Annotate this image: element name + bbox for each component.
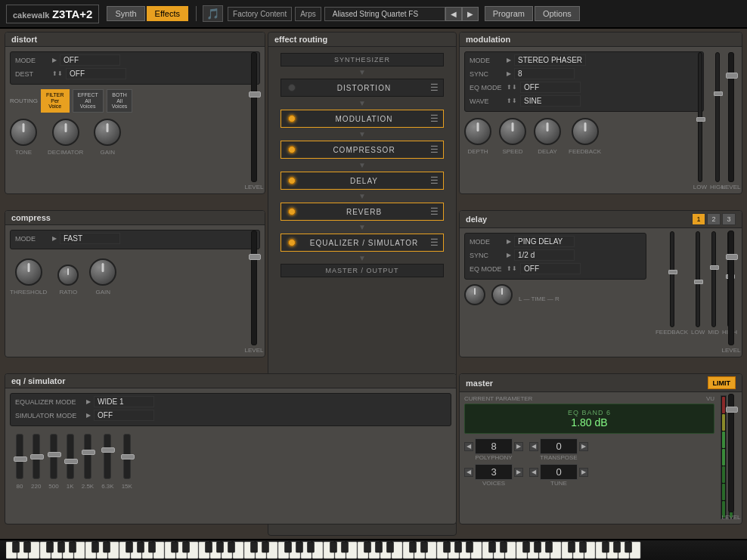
tune-down-arrow[interactable]: ◀ <box>529 468 538 477</box>
sim-mode-value[interactable]: OFF <box>94 410 154 421</box>
eq-band-1k-thumb[interactable] <box>64 459 78 464</box>
distort-dest-value[interactable]: OFF <box>66 68 126 79</box>
compress-mode-value[interactable]: FAST <box>60 233 120 244</box>
program-button[interactable]: Program <box>485 6 533 21</box>
polyphony-up-arrow[interactable]: ▶ <box>514 442 523 451</box>
mod-wave-value[interactable]: SINE <box>520 95 581 107</box>
transpose-value[interactable]: 0 <box>540 438 578 454</box>
eq-band-500-thumb[interactable] <box>48 452 61 457</box>
master-display: EQ BAND 6 1.80 dB <box>464 404 714 434</box>
delay-time-r-knob[interactable] <box>491 284 513 305</box>
polyphony-value[interactable]: 8 <box>475 438 513 454</box>
mod-eqmode-value[interactable]: OFF <box>520 82 581 93</box>
compress-ratio-label: RATIO <box>59 289 77 295</box>
routing-delay-menu[interactable]: ☰ <box>430 175 439 186</box>
delay-tab-2[interactable]: 2 <box>707 213 721 225</box>
routing-reverb[interactable]: REVERB ☰ <box>281 203 444 221</box>
master-voices-tune: ◀ 3 ▶ VOICES ◀ 0 ▶ TU <box>464 464 714 487</box>
mod-sync-row: SYNC ▶ 8 <box>470 68 699 79</box>
effects-button[interactable]: Effects <box>147 6 188 21</box>
eq-band-15k-thumb[interactable] <box>121 454 135 459</box>
routing-compressor-menu[interactable]: ☰ <box>430 144 439 155</box>
compress-level-slider[interactable]: LEVEL <box>246 230 262 354</box>
distort-level-slider[interactable]: LEVEL <box>246 52 262 190</box>
mod-depth-knob[interactable] <box>464 118 491 145</box>
synth-button[interactable]: Synth <box>107 6 144 21</box>
routing-eq-menu[interactable]: ☰ <box>430 237 439 248</box>
next-preset-button[interactable]: ▶ <box>462 7 479 21</box>
transpose-down-arrow[interactable]: ◀ <box>529 442 538 451</box>
eq-mode-label: EQUALIZER MODE <box>15 398 83 406</box>
eq-band-220-thumb[interactable] <box>30 454 44 459</box>
distort-gain-knob[interactable] <box>94 119 121 146</box>
eq-band-6k3-thumb[interactable] <box>101 447 115 453</box>
eq-band-2k5-thumb[interactable] <box>82 450 95 455</box>
voices-down-arrow[interactable]: ◀ <box>464 468 473 477</box>
mod-delay-knob[interactable] <box>534 118 561 145</box>
delay-sync-value[interactable]: 1/2 d <box>514 249 575 261</box>
mod-feedback-knob[interactable] <box>572 118 599 145</box>
compress-level-thumb[interactable] <box>249 254 261 260</box>
routing-modulation-menu[interactable]: ☰ <box>430 113 439 124</box>
distort-level-thumb[interactable] <box>249 91 261 97</box>
delay-eqmode-value[interactable]: OFF <box>520 263 581 274</box>
delay-low-thumb[interactable] <box>694 280 703 284</box>
distort-routing-area: ROUTING FILTERPerVoice EFFECTAllVoices B… <box>10 89 260 113</box>
voices-value[interactable]: 3 <box>475 464 513 480</box>
distort-tone-knob[interactable] <box>10 119 37 146</box>
both-routing-btn[interactable]: BOTHAllVoices <box>107 89 133 113</box>
prev-preset-button[interactable]: ◀ <box>445 7 462 21</box>
compress-ratio-knob[interactable] <box>57 265 79 286</box>
distort-params: MODE ▶ OFF DEST ⬆⬇ OFF <box>10 51 260 85</box>
routing-compressor[interactable]: COMPRESSOR ☰ <box>281 141 444 159</box>
routing-distortion[interactable]: DISTORTION ☰ <box>281 79 444 97</box>
svg-rect-72 <box>262 542 269 552</box>
sim-mode-row: SIMULATOR MODE ▶ OFF <box>15 410 446 421</box>
effect-routing-btn[interactable]: EFFECTAllVoices <box>73 89 104 113</box>
delay-level-slider[interactable]: LEVEL <box>724 230 739 354</box>
mod-level-slider[interactable]: LEVEL <box>724 52 739 190</box>
mod-speed-knob[interactable] <box>499 118 526 145</box>
routing-distortion-menu[interactable]: ☰ <box>430 82 439 93</box>
routing-delay[interactable]: DELAY ☰ <box>281 172 444 190</box>
eq-mode-value[interactable]: WIDE 1 <box>94 396 154 407</box>
limit-button[interactable]: LIMIT <box>708 376 736 389</box>
master-level-slider[interactable]: LEVEL <box>724 394 739 521</box>
master-level-thumb[interactable] <box>726 407 738 413</box>
tune-value[interactable]: 0 <box>540 464 578 480</box>
delay-time-label: L — TIME — R <box>519 295 559 302</box>
compress-level-track <box>251 230 257 345</box>
delay-low-group: LOW <box>691 231 705 351</box>
delay-tab-3[interactable]: 3 <box>722 213 736 225</box>
delay-mid-thumb[interactable] <box>710 265 719 270</box>
mod-low-thumb[interactable] <box>696 117 705 122</box>
mod-mode-value[interactable]: STEREO PHASER <box>514 54 586 66</box>
routing-modulation[interactable]: MODULATION ☰ <box>281 110 444 128</box>
mod-level-thumb[interactable] <box>726 73 738 79</box>
mod-sync-value[interactable]: 8 <box>514 68 575 79</box>
polyphony-down-arrow[interactable]: ◀ <box>464 442 473 451</box>
voices-up-arrow[interactable]: ▶ <box>514 468 523 477</box>
delay-mode-value[interactable]: PING DELAY <box>514 236 575 247</box>
svg-rect-74 <box>296 542 303 552</box>
mod-high-thumb[interactable] <box>714 91 723 96</box>
compress-threshold-knob[interactable] <box>15 258 42 286</box>
reverb-led <box>288 208 296 215</box>
routing-eq[interactable]: EQUALIZER / SIMULATOR ☰ <box>281 234 444 252</box>
delay-time-l-knob[interactable] <box>464 284 485 305</box>
preset-name[interactable]: Aliased String Quartet FS <box>324 7 445 21</box>
options-button[interactable]: Options <box>535 6 580 21</box>
delay-tab-1[interactable]: 1 <box>692 213 705 225</box>
transpose-up-arrow[interactable]: ▶ <box>579 442 588 451</box>
eq-band-80-thumb[interactable] <box>14 456 27 462</box>
filter-routing-btn[interactable]: FILTERPerVoice <box>41 89 70 113</box>
logo-brand: cakewalk <box>13 11 49 20</box>
modulation-header: modulation <box>460 32 742 47</box>
routing-reverb-menu[interactable]: ☰ <box>430 206 439 217</box>
tune-up-arrow[interactable]: ▶ <box>579 468 588 477</box>
distort-decimator-knob[interactable] <box>52 119 79 146</box>
distort-mode-value[interactable]: OFF <box>60 54 120 66</box>
delay-level-thumb[interactable] <box>726 254 738 260</box>
compress-gain-knob[interactable] <box>89 258 116 286</box>
delay-feedback-thumb[interactable] <box>668 270 677 274</box>
